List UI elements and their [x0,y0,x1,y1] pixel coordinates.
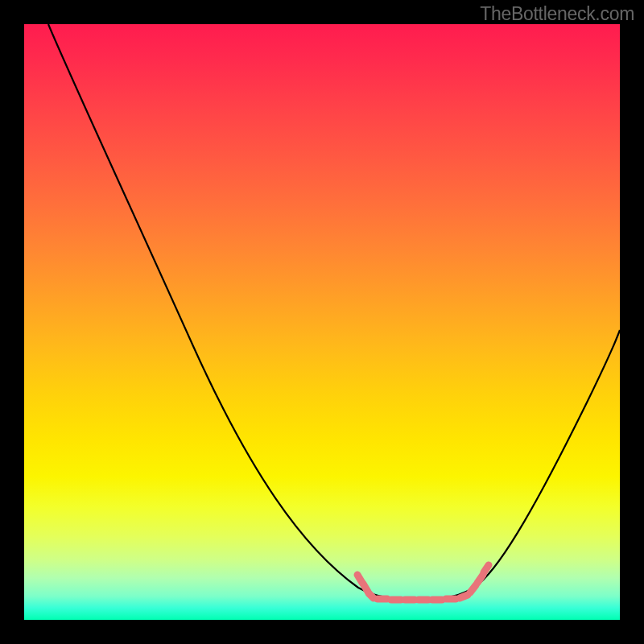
svg-line-12 [484,565,489,572]
flat-marker-group [357,565,489,600]
plot-area [24,24,620,620]
bottleneck-curve-line [48,24,620,600]
svg-line-2 [369,593,374,598]
chart-container: TheBottleneck.com [0,0,644,644]
svg-line-10 [470,585,476,592]
svg-line-9 [460,595,468,598]
curve-svg [24,24,620,620]
attribution-text: TheBottleneck.com [480,3,634,25]
svg-line-11 [477,575,483,583]
